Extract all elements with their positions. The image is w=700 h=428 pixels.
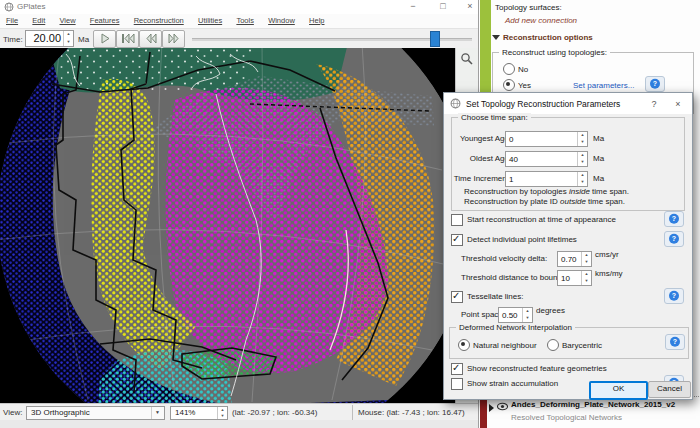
start-reconstruction-label: Start reconstruction at time of appearan…: [467, 215, 616, 224]
oldest-age-label: Oldest Age: [470, 154, 509, 163]
tessellate-label: Tessellate lines:: [467, 292, 523, 301]
minimize-button[interactable]: −: [403, 0, 423, 13]
youngest-age-spinbox[interactable]: 0 ▲▼: [505, 131, 588, 147]
chevron-down-icon[interactable]: ▼: [151, 407, 163, 419]
globe-canvas[interactable]: [0, 48, 455, 403]
seek-start-button[interactable]: [116, 30, 139, 48]
group-label: Reconstruct using topologies:: [499, 48, 610, 57]
time-slider-handle[interactable]: [430, 31, 440, 47]
ok-button[interactable]: OK: [589, 381, 648, 400]
radio-yes[interactable]: [503, 79, 515, 91]
show-geometries-checkbox[interactable]: [451, 363, 463, 375]
dialog-help-button[interactable]: ?: [646, 97, 662, 111]
cancel-button[interactable]: Cancel: [648, 381, 691, 398]
menu-window[interactable]: Window: [262, 14, 301, 25]
interpolation-group: Deformed Network Interpolation Natural n…: [449, 327, 689, 359]
menu-features[interactable]: Features: [84, 14, 126, 25]
radio-no[interactable]: [503, 63, 515, 75]
time-value: 20.00: [33, 32, 61, 44]
threshold-velocity-label: Threshold velocity delta:: [461, 254, 547, 263]
threshold-velocity-value: 0.70: [561, 255, 577, 264]
menu-edit[interactable]: Edit: [26, 14, 51, 25]
time-span-group: Choose time span: Youngest Age 0 ▲▼ Ma O…: [451, 117, 685, 211]
zoom-spinbox[interactable]: 141% ▲▼: [170, 406, 228, 420]
expand-arrow-icon[interactable]: [489, 404, 494, 412]
topology-parameters-dialog: Set Topology Reconstruction Parameters ?…: [443, 92, 693, 400]
help-button[interactable]: [645, 76, 665, 92]
window-bottom-edge: [0, 420, 478, 428]
menu-file[interactable]: File: [0, 14, 24, 25]
reconstruction-options-header: Reconstruction options: [503, 33, 593, 42]
status-bar: View: 3D Orthographic ▼ 141% ▲▼ (lat: -2…: [0, 403, 478, 421]
layer-name[interactable]: Andes_Deforming_Plate_Network_2015_v2: [511, 400, 675, 409]
time-increment-unit: Ma: [593, 174, 604, 183]
oldest-age-spinbox[interactable]: 40 ▲▼: [505, 151, 588, 167]
radio-no-label: No: [518, 65, 528, 74]
maximize-button[interactable]: □: [433, 0, 453, 13]
show-strain-checkbox[interactable]: [451, 378, 463, 390]
show-geometries-label: Show reconstructed feature geometries: [467, 364, 607, 373]
oldest-age-value: 40: [509, 155, 518, 164]
layer-type: Resolved Topological Networks: [511, 413, 622, 422]
radio-natural-neighbour[interactable]: [458, 339, 470, 351]
dialog-title-bar: Set Topology Reconstruction Parameters ?…: [444, 93, 692, 114]
radio-barycentric[interactable]: [547, 339, 559, 351]
menu-view[interactable]: View: [54, 14, 82, 25]
help-button[interactable]: [664, 288, 684, 304]
time-increment-spinbox[interactable]: 1 ▲▼: [505, 171, 588, 187]
globe-view: [0, 48, 455, 403]
play-icon: [98, 33, 112, 44]
close-button[interactable]: ×: [460, 0, 480, 13]
time-span-group-label: Choose time span:: [458, 113, 531, 122]
camera-coordinates: (lat: -20.97 ; lon: -60.34): [232, 408, 317, 417]
window-title: GPlates: [17, 2, 45, 11]
step-forward-button[interactable]: [162, 30, 185, 48]
projection-dropdown[interactable]: 3D Orthographic ▼: [26, 406, 165, 420]
point-spacing-value: 0.50: [502, 311, 518, 320]
point-spacing-unit: degrees: [536, 306, 565, 315]
time-spin-arrows[interactable]: ▲▼: [63, 31, 73, 46]
magnifier-icon[interactable]: [460, 52, 474, 66]
menu-reconstruction[interactable]: Reconstruction: [128, 14, 190, 25]
dialog-close-button[interactable]: ×: [670, 97, 686, 111]
menu-tools[interactable]: Tools: [230, 14, 260, 25]
set-parameters-link[interactable]: Set parameters...: [573, 81, 634, 90]
visibility-eye-icon[interactable]: [497, 402, 508, 411]
add-new-connection-link[interactable]: Add new connection: [505, 16, 577, 25]
play-button[interactable]: [93, 30, 116, 48]
gplates-dialog-icon: [450, 98, 461, 109]
menu-help[interactable]: Help: [303, 14, 330, 25]
tessellate-checkbox[interactable]: [451, 291, 463, 303]
show-strain-label: Show strain accumulation: [467, 379, 558, 388]
time-increment-label: Time Increment: [454, 174, 509, 183]
zoom-value: 141%: [175, 408, 195, 417]
note-outside-timespan: Reconstruction by plate ID outside time …: [464, 197, 625, 206]
radio-yes-label: Yes: [518, 81, 531, 90]
gplates-app-icon: [4, 2, 14, 12]
time-increment-value: 1: [509, 175, 513, 184]
seek-start-icon: [120, 33, 136, 44]
view-label: View:: [3, 408, 22, 417]
time-toolbar: Time: 20.00 ▲▼ Ma: [0, 29, 478, 49]
mouse-coordinates: Mouse: (lat: -7.43 ; lon: 16.47): [358, 408, 465, 417]
point-spacing-spinbox[interactable]: 0.50 ▲▼: [498, 307, 533, 323]
time-spinbox[interactable]: 20.00 ▲▼: [25, 30, 74, 47]
detect-lifetimes-checkbox[interactable]: [451, 234, 463, 246]
threshold-distance-spinbox[interactable]: 10 ▲▼: [557, 270, 592, 286]
statusbar-separator: [352, 405, 353, 420]
youngest-age-value: 0: [509, 135, 513, 144]
menu-utilities[interactable]: Utilities: [192, 14, 228, 25]
start-reconstruction-checkbox[interactable]: [451, 214, 463, 226]
layer-color-strip-maroon: [480, 397, 487, 428]
help-button[interactable]: [664, 231, 684, 247]
title-bar: GPlates − □ ×: [0, 0, 478, 14]
chevron-down-icon[interactable]: [492, 35, 500, 40]
help-button[interactable]: [664, 211, 684, 227]
time-unit-label: Ma: [78, 35, 89, 44]
step-back-button[interactable]: [139, 30, 162, 48]
step-back-icon: [144, 33, 158, 44]
help-button[interactable]: [665, 334, 685, 350]
radio-natural-neighbour-label: Natural neighbour: [473, 341, 537, 350]
threshold-velocity-spinbox[interactable]: 0.70 ▲▼: [557, 251, 592, 267]
zoom-spin-arrows[interactable]: ▲▼: [217, 407, 227, 419]
